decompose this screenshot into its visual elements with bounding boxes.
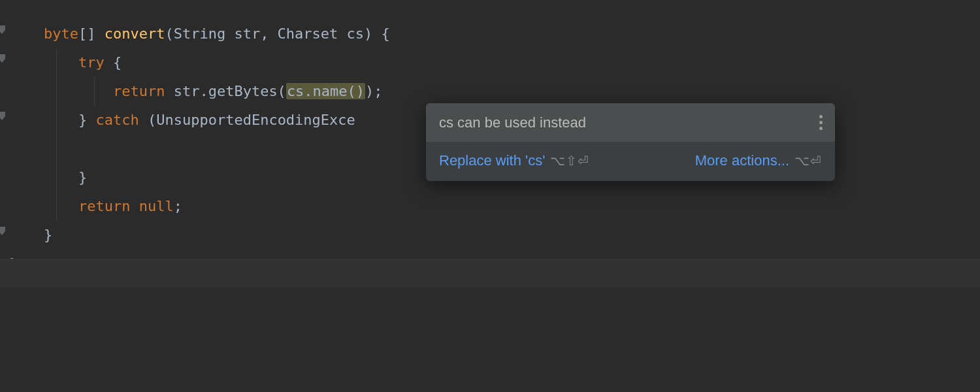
code-line[interactable]: return str.getBytes(cs.name()); bbox=[9, 77, 980, 106]
inspection-message: cs can be used instead bbox=[439, 114, 586, 131]
keyword: catch bbox=[95, 112, 139, 128]
code-line[interactable]: } bbox=[9, 221, 980, 250]
keyboard-shortcut: ⌥⇧⏎ bbox=[550, 153, 589, 169]
code-text: } bbox=[78, 169, 87, 186]
code-line[interactable]: byte[] convert(String str, Charset cs) { bbox=[9, 20, 980, 48]
keyword: byte bbox=[44, 25, 78, 42]
keyword: return null bbox=[78, 198, 174, 214]
keyboard-shortcut: ⌥⏎ bbox=[794, 153, 822, 169]
code-text: } bbox=[44, 227, 52, 243]
code-text: [] bbox=[78, 25, 105, 42]
more-actions[interactable]: More actions... ⌥⏎ bbox=[695, 152, 822, 169]
keyword: try bbox=[78, 54, 105, 71]
code-line[interactable]: return null; bbox=[9, 192, 980, 221]
gutter-marker-icon bbox=[0, 25, 6, 35]
code-text: ; bbox=[174, 198, 182, 214]
code-text: } bbox=[78, 112, 96, 128]
code-text: { bbox=[105, 54, 122, 71]
gutter-marker-icon bbox=[0, 226, 6, 237]
code-text: (String str, Charset cs) { bbox=[165, 25, 389, 42]
inspection-highlight[interactable]: cs.name() bbox=[286, 83, 365, 99]
code-text: str.getBytes( bbox=[165, 83, 286, 99]
intention-popup: cs can be used instead Replace with 'cs'… bbox=[426, 103, 835, 181]
code-text: (UnsupportedEncodingExce bbox=[139, 112, 355, 128]
action-link[interactable]: More actions... bbox=[695, 152, 789, 169]
code-line[interactable]: try { bbox=[9, 48, 980, 77]
popup-header: cs can be used instead bbox=[426, 103, 835, 142]
gutter-marker-icon bbox=[0, 54, 6, 64]
action-link[interactable]: Replace with 'cs' bbox=[439, 152, 545, 169]
keyword: return bbox=[113, 83, 165, 99]
gutter-marker-icon bbox=[0, 111, 6, 122]
popup-body: Replace with 'cs' ⌥⇧⏎ More actions... ⌥⏎ bbox=[426, 142, 835, 181]
more-options-icon[interactable] bbox=[817, 112, 822, 133]
replace-action[interactable]: Replace with 'cs' ⌥⇧⏎ bbox=[439, 152, 589, 169]
editor-end-band bbox=[0, 259, 980, 287]
method-name: convert bbox=[105, 25, 165, 42]
code-text: ); bbox=[365, 83, 383, 99]
